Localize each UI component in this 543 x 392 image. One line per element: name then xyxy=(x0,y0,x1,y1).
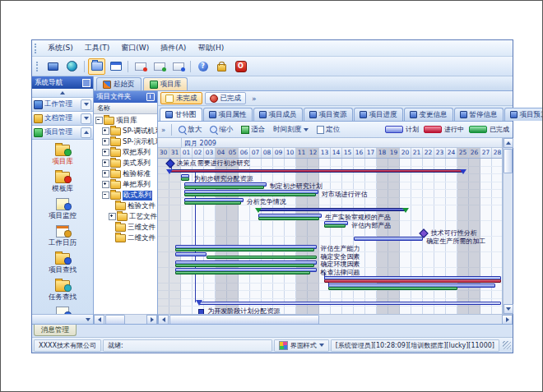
gantt-vscroll-thumb[interactable] xyxy=(504,149,513,173)
gantt-tab-项目属性[interactable]: 项目属性 xyxy=(203,108,253,121)
mail-red-button[interactable] xyxy=(132,58,149,75)
gantt-tab-变更信息[interactable]: 变更信息 xyxy=(404,108,453,121)
tree-node-三维文件[interactable]: 三维文件 xyxy=(94,222,157,233)
filter-未完成[interactable]: 未完成 xyxy=(160,92,202,104)
group-chevron-icon[interactable] xyxy=(81,113,91,124)
gantt-task-row[interactable]: 决策点需要进行初步研究 xyxy=(158,159,502,167)
gantt-task-row[interactable] xyxy=(158,276,502,284)
sidebar-item-工作日历[interactable]: 工作日历 xyxy=(34,224,91,248)
toolbar-overflow-chevron[interactable]: » xyxy=(161,126,165,134)
sidebar-item-模板库[interactable]: 模板库 xyxy=(34,169,91,194)
tree-node-单把系列[interactable]: 单把系列 xyxy=(94,179,157,190)
help-button[interactable]: ? xyxy=(194,58,211,75)
gantt-task-row[interactable]: 评估生产能力 xyxy=(158,245,502,253)
lock-button[interactable] xyxy=(213,58,230,75)
适合-button[interactable]: 适合 xyxy=(237,123,269,136)
group-chevron-icon[interactable] xyxy=(81,127,91,138)
gantt-vscrollbar[interactable] xyxy=(503,138,513,314)
sidebar-group-2[interactable]: 文档管理 xyxy=(32,112,93,126)
scroll-right-button[interactable] xyxy=(502,315,513,325)
menu-item-4[interactable]: 插件(A) xyxy=(155,41,192,55)
gantt-tab-项目成员[interactable]: 项目成员 xyxy=(253,108,303,121)
tree-hscroll-thumb[interactable] xyxy=(105,315,125,325)
tree-node-二维文件[interactable]: 二维文件 xyxy=(94,233,157,243)
tree-node-项目库[interactable]: 项目库 xyxy=(94,115,157,126)
window-button[interactable] xyxy=(107,58,124,75)
group-chevron-icon[interactable] xyxy=(81,99,91,110)
collapse-icon[interactable] xyxy=(95,117,103,124)
stop-button[interactable]: O xyxy=(232,58,249,75)
sidebar-group-1[interactable]: 工作管理 xyxy=(32,98,93,112)
tree-node-美式系列[interactable]: 美式系列 xyxy=(94,158,157,168)
gantt-task-row[interactable]: 分析竞争情况 xyxy=(158,198,502,206)
gantt-task-row[interactable] xyxy=(158,284,502,292)
filter-已完成[interactable]: 已完成 xyxy=(205,92,247,104)
globe-button[interactable] xyxy=(63,58,81,75)
gantt-task-row[interactable]: 制定初步研究计划 xyxy=(158,182,502,191)
时间刻度-button[interactable]: 时间刻度 xyxy=(269,123,313,136)
scroll-left-button[interactable] xyxy=(94,315,104,325)
interface-style-selector[interactable]: 界面样式 xyxy=(274,339,329,352)
sidebar-window-icon[interactable] xyxy=(82,79,90,87)
gantt-task-row[interactable]: 对市场进行评估 xyxy=(158,190,502,198)
filter-more-chevron[interactable]: » xyxy=(252,95,257,103)
gantt-task-row[interactable]: 为开发阶段计划分配资源 xyxy=(158,307,502,315)
monitor-button[interactable] xyxy=(44,58,62,75)
doc-tab-项目库[interactable]: 项目库 xyxy=(143,77,188,90)
sidebar-item-项目查找[interactable]: 项目查找 xyxy=(34,251,91,275)
pin-icon[interactable] xyxy=(146,93,155,101)
gantt-task-row[interactable]: 确定安全因素 xyxy=(158,252,502,261)
tree-column-header[interactable]: 名称 xyxy=(94,103,157,114)
scroll-left-button[interactable] xyxy=(158,315,169,325)
gantt-task-row[interactable]: 确定环境因素 xyxy=(158,261,502,269)
gantt-tab-项目进度[interactable]: 项目进度 xyxy=(354,108,403,121)
gantt-task-row[interactable] xyxy=(158,205,502,214)
sidebar-item-项目监控[interactable]: 项目监控 xyxy=(34,196,91,221)
sidebar-item-项目库[interactable]: 项目库 xyxy=(34,142,91,167)
tab-message-management[interactable]: 消息管理 xyxy=(34,325,77,336)
scroll-right-button[interactable] xyxy=(146,315,157,325)
expand-icon[interactable] xyxy=(102,159,109,167)
menu-item-1[interactable]: 系统(S) xyxy=(42,41,79,55)
tree-node-工艺文件[interactable]: 工艺文件 xyxy=(94,211,157,222)
expand-icon[interactable] xyxy=(102,181,109,188)
doc-tab-起始页[interactable]: 起始页 xyxy=(96,77,142,90)
menu-item-2[interactable]: 工具(T) xyxy=(79,41,116,55)
expand-icon[interactable] xyxy=(102,138,109,145)
gantt-tab-甘特图[interactable]: 甘特图 xyxy=(160,108,202,121)
tree-node-双把系列[interactable]: 双把系列 xyxy=(94,147,157,158)
mail-blue-button[interactable] xyxy=(169,58,187,75)
expand-icon[interactable] xyxy=(102,127,109,135)
gantt-body[interactable]: 决策点需要进行初步研究为初步研究分配资源制定初步研究计划对市场进行评估分析竞争情… xyxy=(158,159,502,314)
gantt-task-row[interactable]: 为初步研究分配资源 xyxy=(158,174,502,182)
gantt-task-row[interactable]: 确定生产所需的加工 xyxy=(158,237,502,245)
gantt-task-row[interactable] xyxy=(158,299,502,307)
scroll-down-button[interactable] xyxy=(504,304,513,314)
gantt-tab-项目资源[interactable]: 项目资源 xyxy=(304,108,353,121)
gantt-tab-暂停信息[interactable]: 暂停信息 xyxy=(454,108,504,121)
gantt-task-row[interactable]: 技术可行性分析 xyxy=(158,229,502,238)
tree-node-检验标准[interactable]: 检验标准 xyxy=(94,168,157,179)
tree-node-SP-调试机系[interactable]: SP-调试机系 xyxy=(94,126,157,136)
expand-icon[interactable] xyxy=(109,213,116,220)
sidebar-group-3[interactable]: 项目管理 xyxy=(32,126,93,140)
gantt-task-row[interactable]: 生产实验室规模的产品 xyxy=(158,214,502,222)
gantt-task-row[interactable]: 检查法律问题 xyxy=(158,268,502,276)
expand-icon[interactable] xyxy=(102,149,109,156)
sidebar-item-项目文档查找[interactable]: 项目文档查找 xyxy=(34,305,91,314)
expand-icon[interactable] xyxy=(102,170,109,178)
缩小-button[interactable]: 缩小 xyxy=(206,123,237,136)
mail-green-button[interactable] xyxy=(151,58,168,75)
sidebar-collapse-strip[interactable] xyxy=(32,89,93,98)
gantt-task-row[interactable]: 评估内部产品 xyxy=(158,221,502,229)
放大-button[interactable]: 放大 xyxy=(174,123,206,136)
gantt-task-row[interactable] xyxy=(158,292,502,300)
menu-item-3[interactable]: 窗口(W) xyxy=(115,41,155,55)
resize-grip[interactable] xyxy=(503,341,511,349)
scroll-up-button[interactable] xyxy=(504,138,513,148)
gantt-task-row[interactable] xyxy=(158,167,502,175)
tree-node-欧式系列[interactable]: 欧式系列 xyxy=(94,190,157,201)
gantt-hscroll-thumb[interactable] xyxy=(169,315,319,325)
collapse-icon[interactable] xyxy=(102,191,109,199)
tree-node-检验文件[interactable]: 检验文件 xyxy=(94,201,157,211)
